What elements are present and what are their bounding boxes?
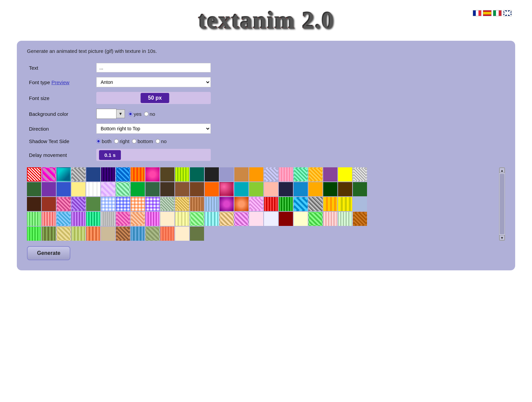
bg-yes-radio[interactable]: [128, 112, 133, 116]
texture-14[interactable]: [220, 167, 234, 181]
texture-12[interactable]: [190, 167, 204, 181]
scrollbar-up-arrow[interactable]: ▲: [499, 168, 505, 173]
texture-68[interactable]: [323, 197, 337, 211]
texture-2[interactable]: [42, 167, 56, 181]
texture-66[interactable]: [294, 197, 308, 211]
texture-26[interactable]: [57, 182, 71, 196]
flag-spanish[interactable]: [483, 10, 492, 16]
texture-89[interactable]: [294, 212, 308, 226]
texture-52[interactable]: [101, 197, 115, 211]
texture-27[interactable]: [71, 182, 86, 196]
font-size-button[interactable]: 50 px: [141, 93, 169, 103]
texture-13[interactable]: [205, 167, 219, 181]
texture-39[interactable]: [249, 182, 263, 196]
texture-96[interactable]: [57, 227, 71, 241]
texture-47[interactable]: [27, 197, 41, 211]
color-box[interactable]: [96, 109, 117, 119]
texture-71[interactable]: [27, 212, 41, 226]
texture-3[interactable]: [57, 167, 71, 181]
texture-10[interactable]: [160, 167, 174, 181]
texture-31[interactable]: [131, 182, 145, 196]
shadow-no-radio[interactable]: [156, 139, 160, 143]
texture-21[interactable]: [323, 167, 337, 181]
texture-29[interactable]: [101, 182, 115, 196]
texture-74[interactable]: [71, 212, 86, 226]
texture-6[interactable]: [101, 167, 115, 181]
font-preview-link[interactable]: Preview: [52, 79, 69, 85]
texture-46[interactable]: [353, 182, 367, 196]
texture-37[interactable]: [220, 182, 234, 196]
texture-55[interactable]: [145, 197, 160, 211]
texture-33[interactable]: [160, 182, 174, 196]
texture-81[interactable]: [175, 212, 189, 226]
texture-92[interactable]: [338, 212, 352, 226]
texture-scrollbar[interactable]: ▲ ▼: [499, 167, 505, 241]
scrollbar-thumb[interactable]: [500, 174, 504, 234]
texture-82[interactable]: [190, 212, 204, 226]
texture-4[interactable]: [71, 167, 86, 181]
texture-80[interactable]: [160, 212, 174, 226]
flag-italian[interactable]: [493, 10, 502, 16]
texture-85[interactable]: [234, 212, 248, 226]
texture-40[interactable]: [264, 182, 278, 196]
texture-70[interactable]: [353, 197, 367, 211]
shadow-right-radio[interactable]: [114, 139, 119, 143]
texture-62[interactable]: [249, 197, 263, 211]
shadow-both-radio[interactable]: [96, 139, 101, 143]
texture-75[interactable]: [86, 212, 100, 226]
flag-french[interactable]: [473, 10, 481, 16]
flag-english[interactable]: [503, 10, 512, 16]
direction-select[interactable]: Bottom right to Top Left to Right Right …: [96, 124, 211, 134]
texture-84[interactable]: [220, 212, 234, 226]
texture-54[interactable]: [131, 197, 145, 211]
texture-51[interactable]: [86, 197, 100, 211]
texture-48[interactable]: [42, 197, 56, 211]
texture-8[interactable]: [131, 167, 145, 181]
texture-61[interactable]: [234, 197, 248, 211]
texture-38[interactable]: [234, 182, 248, 196]
texture-45[interactable]: [338, 182, 352, 196]
texture-56[interactable]: [160, 197, 174, 211]
texture-58[interactable]: [190, 197, 204, 211]
texture-77[interactable]: [116, 212, 130, 226]
texture-98[interactable]: [86, 227, 100, 241]
texture-25[interactable]: [42, 182, 56, 196]
texture-36[interactable]: [205, 182, 219, 196]
texture-28[interactable]: [86, 182, 100, 196]
texture-11[interactable]: [175, 167, 189, 181]
generate-button[interactable]: Generate: [27, 246, 70, 260]
texture-59[interactable]: [205, 197, 219, 211]
font-type-select[interactable]: Anton Arial Times New Roman Verdana Geor…: [96, 77, 211, 87]
shadow-bottom-label[interactable]: bottom: [132, 138, 153, 144]
texture-43[interactable]: [308, 182, 323, 196]
texture-53[interactable]: [116, 197, 130, 211]
shadow-both-label[interactable]: both: [96, 138, 111, 144]
texture-20[interactable]: [308, 167, 323, 181]
texture-91[interactable]: [323, 212, 337, 226]
texture-9[interactable]: [145, 167, 160, 181]
texture-63[interactable]: [264, 197, 278, 211]
texture-35[interactable]: [190, 182, 204, 196]
shadow-right-label[interactable]: right: [114, 138, 129, 144]
texture-44[interactable]: [323, 182, 337, 196]
texture-5[interactable]: [86, 167, 100, 181]
texture-69[interactable]: [338, 197, 352, 211]
texture-100[interactable]: [116, 227, 130, 241]
texture-102[interactable]: [145, 227, 160, 241]
texture-64[interactable]: [279, 197, 293, 211]
color-arrow[interactable]: ▼: [117, 109, 125, 118]
bg-no-radio[interactable]: [144, 112, 148, 116]
texture-94[interactable]: [27, 227, 41, 241]
text-input[interactable]: [96, 63, 211, 72]
scrollbar-down-arrow[interactable]: ▼: [499, 235, 505, 240]
texture-60[interactable]: [220, 197, 234, 211]
texture-105[interactable]: [190, 227, 204, 241]
texture-16[interactable]: [249, 167, 263, 181]
texture-104[interactable]: [175, 227, 189, 241]
texture-34[interactable]: [175, 182, 189, 196]
texture-101[interactable]: [131, 227, 145, 241]
texture-18[interactable]: [279, 167, 293, 181]
texture-99[interactable]: [101, 227, 115, 241]
texture-72[interactable]: [42, 212, 56, 226]
shadow-bottom-radio[interactable]: [132, 139, 136, 143]
